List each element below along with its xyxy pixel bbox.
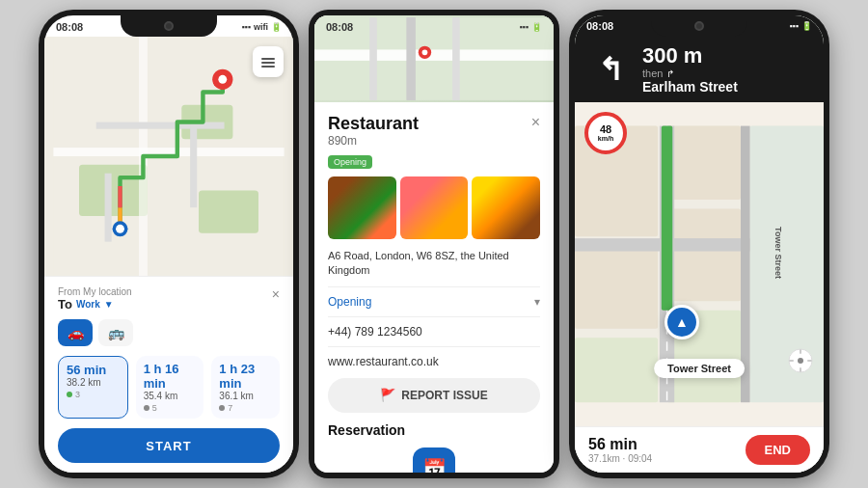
reservation-section: Reservation 📅 Make reservation 🧭 DIRECTI… [328,422,540,473]
detail-close-button[interactable]: × [531,114,540,131]
camera-3 [694,21,704,31]
time-3: 08:08 [586,20,613,32]
screen-restaurant-detail: 08:08 ▪▪▪ 🔋 Restaurant 890m × [314,15,554,473]
nav-from-to: From My location To Work ▼ × [58,286,280,312]
opening-hours-row[interactable]: Opening ▾ [328,295,540,309]
svg-point-12 [116,225,124,233]
restaurant-title: Restaurant [328,114,419,134]
route-dist-2: 35.4 km [144,391,197,401]
dropdown-icon[interactable]: ▼ [104,299,114,310]
svg-point-37 [798,358,803,364]
route-option-3[interactable]: 1 h 23 min 36.1 km 7 [211,356,280,419]
reservation-icon[interactable]: 📅 [413,447,455,473]
speed-limit-value: 48 [600,124,611,135]
svg-rect-17 [314,49,554,60]
restaurant-distance: 890m [328,134,419,148]
restaurant-phone[interactable]: +44) 789 1234560 [328,325,540,339]
opening-hours-label: Opening [328,295,371,309]
tower-street-label: Tower Street [773,227,782,279]
photo-1[interactable] [328,176,396,239]
signal-icon-2: ▪▪▪ [519,22,529,32]
make-reservation-container: 📅 Make reservation [328,447,540,473]
current-position-marker: ▲ [665,305,699,339]
svg-rect-27 [667,209,741,302]
route-option-2[interactable]: 1 h 16 min 35.4 km 5 [136,356,204,419]
photo-3[interactable] [472,176,540,239]
map-view-1[interactable] [44,37,293,276]
svg-rect-6 [96,122,225,129]
report-issue-label: REPORT ISSUE [401,389,487,402]
opening-badge: Opening [328,155,372,169]
end-navigation-button[interactable]: END [746,435,810,465]
screen-turn-nav: 08:08 ▪▪▪ 🔋 ↰ 300 m then ↱ [575,15,824,473]
svg-rect-14 [261,62,275,64]
nav-instruction-text: 300 m then ↱ Earlham Street [642,44,812,95]
nav-to-label: To [58,297,72,312]
speed-limit-badge: 48 km/h [584,112,627,154]
svg-point-10 [218,75,227,84]
notch-3 [651,15,747,37]
nav-from-label: From My location [58,286,272,297]
route-time-3: 1 h 23 min [219,362,272,391]
then-arrow-icon: ↱ [666,68,674,79]
photo-image-3 [472,176,540,239]
route-time-2: 1 h 16 min [144,362,197,391]
speed-unit: km/h [598,135,613,142]
svg-rect-15 [261,66,275,68]
transport-bus-tab[interactable]: 🚌 [98,319,133,346]
route-option-1[interactable]: 56 min 38.2 km 3 [58,356,128,419]
route-options: 56 min 38.2 km 3 1 h 16 min 35.4 km [58,356,280,419]
photo-2[interactable] [400,176,469,239]
opening-chevron-icon: ▾ [534,295,540,309]
restaurant-photos [328,176,540,239]
time-1: 08:08 [56,21,83,33]
map-layers-button[interactable] [253,46,284,77]
nav-destination[interactable]: Work [76,299,100,310]
detail-header: Restaurant 890m × [328,114,540,148]
svg-rect-28 [575,339,658,403]
svg-rect-7 [190,122,197,208]
detail-title-group: Restaurant 890m [328,114,419,148]
flag-icon: 🚩 [380,388,395,402]
wifi-icon: wifi [254,22,268,32]
turn-arrow-container: ↰ [586,45,635,94]
time-2: 08:08 [326,21,353,33]
nav-then-row: then ↱ [642,68,812,79]
layers-icon [259,53,277,70]
detail-content-panel: Restaurant 890m × Opening [314,102,554,473]
recenter-button[interactable] [787,347,814,378]
svg-rect-1 [79,165,148,216]
camera-1 [164,21,174,31]
route-meta-2: 5 [144,403,197,413]
nav-eta: 56 min 37.1km · 09:04 [588,436,652,464]
svg-rect-25 [667,126,741,200]
transport-car-tab[interactable]: 🚗 [58,319,93,346]
svg-rect-34 [662,126,672,311]
report-issue-button[interactable]: 🚩 REPORT ISSUE [328,378,540,413]
notch-1 [121,15,217,37]
status-icons-1: ▪▪▪ wifi 🔋 [241,22,282,32]
restaurant-website[interactable]: www.restaurant.co.uk [328,355,540,368]
route-meta-3: 7 [219,403,272,413]
nav-close-button[interactable]: × [272,286,280,302]
nav-map[interactable]: 48 km/h ▲ Tower Street Tower Street [575,102,824,426]
detail-top-map: 08:08 ▪▪▪ 🔋 [314,15,554,102]
battery-icon-3: 🔋 [801,21,812,31]
phone-3: 08:08 ▪▪▪ 🔋 ↰ 300 m then ↱ [569,10,829,478]
reservation-title: Reservation [328,422,540,438]
current-street-pill: Tower Street [654,359,745,378]
route-dist-3: 36.1 km [219,391,272,401]
route-dist-1: 38.2 km [67,377,120,388]
signal-icon: ▪▪▪ [241,22,251,32]
svg-rect-38 [800,349,801,354]
start-button[interactable]: START [58,428,280,463]
transport-tabs: 🚗 🚌 [58,319,280,346]
eta-detail: 37.1km · 09:04 [588,453,652,464]
svg-rect-39 [800,367,801,372]
svg-rect-3 [199,190,258,232]
status-icons-3: ▪▪▪ 🔋 [789,21,812,31]
battery-icon: 🔋 [271,22,282,32]
screen-map-nav: 08:08 ▪▪▪ wifi 🔋 [44,15,293,473]
street-pill-text: Tower Street [667,363,731,374]
nav-location-info: From My location To Work ▼ [58,286,272,312]
